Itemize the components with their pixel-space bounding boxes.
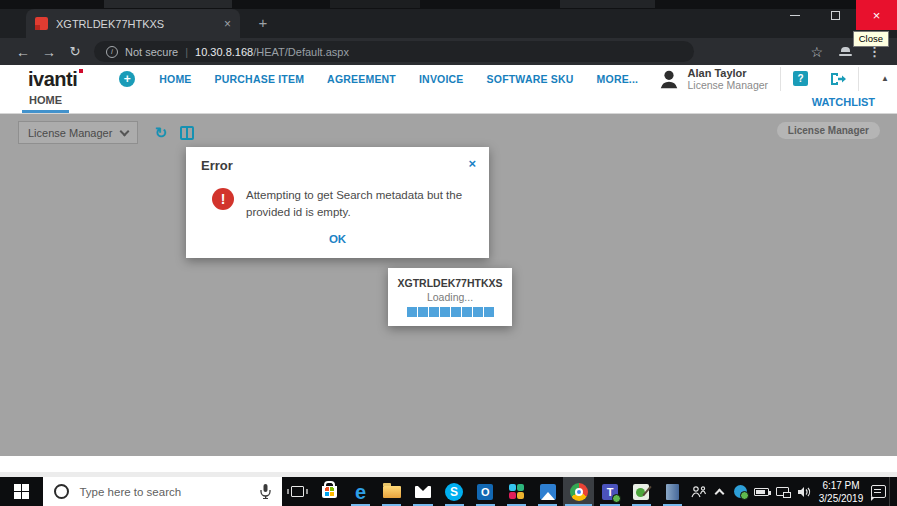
- extension-icon[interactable]: [839, 47, 852, 56]
- logout-icon: [830, 72, 846, 86]
- volume-tray[interactable]: [793, 477, 814, 506]
- close-button[interactable]: ×: [856, 0, 897, 30]
- browser-tab-strip: XGTRLDEK77HTKXS × +: [0, 9, 897, 38]
- file-explorer-icon: [383, 486, 401, 498]
- main-nav: HOME PURCHASE ITEM AGREEMENT INVOICE SOF…: [159, 73, 638, 85]
- taskbar-search-box[interactable]: [43, 477, 281, 506]
- taskbar-icon-file-explorer[interactable]: [376, 477, 407, 506]
- taskbar-icon-snagit[interactable]: [626, 477, 657, 506]
- forward-button[interactable]: →: [36, 44, 62, 60]
- refresh-button[interactable]: ↻: [154, 125, 167, 140]
- browser-tab[interactable]: XGTRLDEK77HTKXS ×: [26, 9, 240, 38]
- skype-business-tray[interactable]: [730, 477, 751, 506]
- back-button[interactable]: ←: [10, 44, 36, 60]
- skype-business-icon: [734, 485, 747, 498]
- user-role: License Manager: [688, 79, 769, 91]
- add-new-button[interactable]: +: [119, 71, 135, 87]
- app-header: ivanti + HOME PURCHASE ITEM AGREEMENT IN…: [0, 65, 897, 92]
- clipped-window-artifact: [330, 0, 420, 8]
- not-secure-label: Not secure: [125, 46, 178, 58]
- nav-item-software-sku[interactable]: SOFTWARE SKU: [487, 73, 574, 85]
- ok-button[interactable]: OK: [186, 233, 489, 245]
- error-message: Attempting to get Search metadata but th…: [246, 187, 484, 220]
- snagit-icon: [633, 484, 649, 500]
- logout-button[interactable]: [830, 72, 846, 86]
- taskbar-icon-outlook[interactable]: O: [470, 477, 501, 506]
- chevron-up-icon: [715, 488, 725, 498]
- error-dialog-close-icon[interactable]: ×: [468, 156, 476, 171]
- progress-segment: [440, 307, 450, 317]
- clock-date: 3/25/2019: [814, 492, 868, 505]
- progress-segment: [451, 307, 461, 317]
- taskbar-icon-chrome[interactable]: [563, 477, 594, 506]
- minimize-button[interactable]: [774, 0, 815, 30]
- page-info-icon[interactable]: i: [106, 46, 118, 58]
- url-omnibox[interactable]: i Not secure | 10.30.8.168 /HEAT/Default…: [94, 41, 694, 62]
- taskbar-icon-app[interactable]: [657, 477, 688, 506]
- nav-item-purchase-item[interactable]: PURCHASE ITEM: [215, 73, 305, 85]
- taskbar-clock[interactable]: 6:17 PM 3/25/2019: [814, 479, 868, 505]
- nav-item-agreement[interactable]: AGREEMENT: [327, 73, 396, 85]
- app-cube-icon: [666, 484, 679, 500]
- reload-button[interactable]: ↻: [62, 44, 88, 59]
- battery-tray[interactable]: [751, 477, 772, 506]
- taskbar-icon-mail[interactable]: [407, 477, 438, 506]
- error-dialog: Error × ! Attempting to get Search metad…: [186, 147, 489, 258]
- maximize-button[interactable]: [815, 0, 856, 30]
- browser-address-bar: ← → ↻ i Not secure | 10.30.8.168 /HEAT/D…: [0, 38, 897, 65]
- tab-close-icon[interactable]: ×: [224, 18, 231, 30]
- user-avatar-icon: [658, 68, 680, 90]
- chrome-icon: [570, 483, 588, 501]
- view-selector-value: License Manager: [28, 127, 112, 139]
- search-input[interactable]: [79, 486, 244, 498]
- workspace: License Manager ↻ License Manager Error …: [0, 114, 897, 456]
- user-area[interactable]: Alan Taylor License Manager: [658, 67, 769, 91]
- clipped-window-artifact: [104, 0, 232, 8]
- start-button[interactable]: [0, 477, 43, 506]
- windows-taskbar: e S O T: [0, 477, 897, 506]
- taskbar-icon-edge[interactable]: e: [345, 477, 376, 506]
- window-top-edge: [0, 0, 897, 9]
- taskbar-icon-store[interactable]: [314, 477, 345, 506]
- network-icon: [776, 487, 789, 496]
- new-tab-button[interactable]: +: [254, 15, 272, 31]
- scroll-up-icon[interactable]: ▲: [881, 74, 889, 83]
- columns-layout-icon[interactable]: [180, 126, 194, 140]
- app-tab-row: HOME WATCHLIST: [0, 92, 897, 114]
- loading-dialog: XGTRLDEK77HTKXS Loading...: [388, 268, 512, 326]
- error-dialog-title: Error: [201, 158, 233, 173]
- taskbar-icon-photos[interactable]: [532, 477, 563, 506]
- help-button[interactable]: ?: [793, 71, 808, 86]
- url-host: 10.30.8.168: [195, 46, 253, 58]
- people-icon: [691, 486, 707, 498]
- progress-segment: [462, 307, 472, 317]
- loading-status: Loading...: [388, 291, 512, 303]
- microphone-icon[interactable]: [260, 484, 271, 499]
- progress-segment: [407, 307, 417, 317]
- taskbar-icon-skype[interactable]: S: [439, 477, 470, 506]
- hidden-icons-button[interactable]: [709, 477, 730, 506]
- tab-home[interactable]: HOME: [22, 94, 69, 113]
- watchlist-link[interactable]: WATCHLIST: [812, 96, 875, 108]
- network-tray[interactable]: [772, 477, 793, 506]
- view-selector-dropdown[interactable]: License Manager: [18, 121, 138, 144]
- people-button[interactable]: [688, 477, 709, 506]
- show-desktop-button[interactable]: [889, 477, 894, 506]
- taskbar-icon-slack[interactable]: [501, 477, 532, 506]
- nav-item-home[interactable]: HOME: [159, 73, 191, 85]
- close-tooltip: Close: [853, 31, 889, 47]
- action-center-button[interactable]: [868, 477, 889, 506]
- nav-item-more[interactable]: MORE...: [597, 73, 639, 85]
- battery-icon: [754, 488, 769, 496]
- header-divider: [780, 67, 781, 91]
- role-badge[interactable]: License Manager: [777, 122, 880, 139]
- photos-icon: [540, 484, 556, 500]
- bookmark-star-icon[interactable]: ☆: [810, 44, 823, 60]
- taskbar-icon-teams[interactable]: T: [594, 477, 625, 506]
- window-controls: ×: [774, 0, 897, 30]
- progress-segment: [473, 307, 483, 317]
- nav-item-invoice[interactable]: INVOICE: [419, 73, 464, 85]
- task-view-button[interactable]: [282, 477, 314, 506]
- mail-icon: [415, 486, 431, 498]
- minimize-icon: [790, 15, 800, 16]
